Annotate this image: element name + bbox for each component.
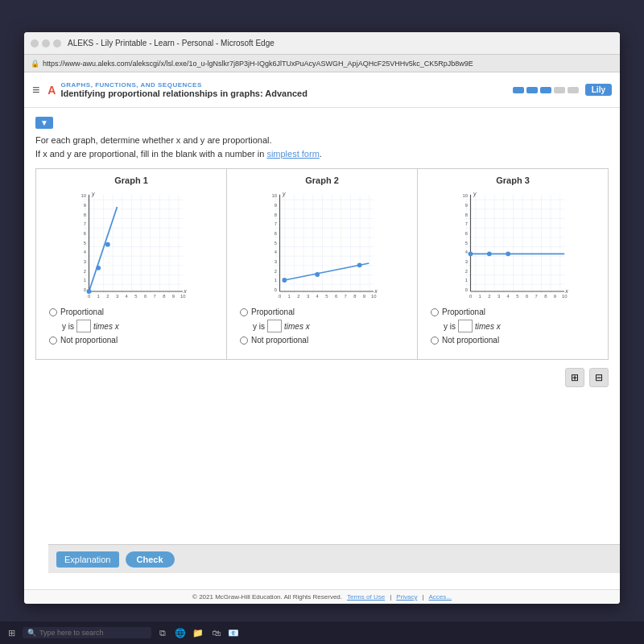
svg-text:1: 1 (479, 294, 481, 299)
menu-icon[interactable]: ≡ (32, 83, 39, 97)
graph2-times-row: y is times x (253, 320, 404, 332)
svg-point-28 (87, 289, 92, 294)
header-subtitle: GRAPHS, FUNCTIONS, AND SEQUENCES (60, 81, 512, 89)
svg-text:x: x (374, 288, 378, 294)
copyright-text: © 2021 McGraw-Hill Education. All Rights… (192, 593, 342, 601)
graph3-not-proportional-radio[interactable] (431, 336, 439, 345)
graph1-proportional-radio[interactable] (49, 308, 57, 316)
explanation-button[interactable]: Explanation (56, 551, 119, 568)
grid-icon-button[interactable]: ⊞ (565, 368, 584, 387)
task-view-icon[interactable]: ⧉ (156, 626, 169, 639)
svg-text:6: 6 (335, 294, 337, 299)
privacy-link[interactable]: Privacy (396, 593, 417, 601)
graph2-proportional-radio[interactable] (240, 308, 248, 316)
store-icon[interactable]: 🛍 (209, 626, 222, 639)
svg-text:5: 5 (84, 241, 86, 246)
mail-icon[interactable]: 📧 (227, 626, 240, 639)
graph2-options: Proportional y is times x Not proportion… (233, 303, 411, 353)
windows-icon[interactable]: ⊞ (5, 626, 18, 639)
graph2-svg: 0 1 2 3 4 5 6 7 8 9 10 0 1 (233, 190, 411, 303)
graph2-not-proportional-radio[interactable] (240, 336, 248, 345)
header-right: Lily (513, 84, 612, 96)
graph3-proportional-label: Proportional (442, 308, 485, 316)
graph2-fraction-input[interactable] (267, 320, 282, 332)
simplest-form-link[interactable]: simplest form (266, 149, 319, 159)
maximize-btn[interactable] (42, 39, 50, 47)
browser-title: ALEKS - Lily Printable - Learn - Persona… (68, 39, 275, 47)
svg-text:10: 10 (272, 193, 278, 198)
svg-text:x: x (183, 288, 187, 294)
svg-text:2: 2 (488, 294, 490, 299)
address-bar: 🔒 https://www-awu.aleks.com/alekscgi/x/l… (24, 55, 620, 72)
graph3-options: Proportional y is times x Not proportion… (424, 303, 601, 353)
graph3-svg: 0 1 2 3 4 5 6 7 8 9 10 0 1 (424, 190, 601, 303)
minimize-btn[interactable] (31, 39, 39, 47)
svg-text:6: 6 (144, 294, 147, 299)
svg-point-30 (105, 242, 110, 247)
svg-text:0: 0 (88, 294, 91, 299)
check-button[interactable]: Check (126, 551, 175, 568)
svg-text:0: 0 (279, 294, 282, 299)
svg-text:3: 3 (275, 259, 277, 264)
svg-point-29 (96, 266, 101, 270)
graph1-title: Graph 1 (43, 175, 220, 185)
taskbar-search-input[interactable] (39, 629, 147, 637)
svg-text:9: 9 (363, 294, 365, 299)
progress-dot-1 (513, 87, 524, 93)
svg-text:2: 2 (84, 269, 86, 274)
svg-point-92 (506, 251, 510, 256)
close-btn[interactable] (53, 39, 61, 47)
copyright-bar: © 2021 McGraw-Hill Education. All Rights… (24, 589, 620, 604)
svg-text:7: 7 (154, 294, 156, 299)
graph3-section: Graph 3 0 1 (418, 169, 608, 359)
svg-text:9: 9 (275, 203, 277, 208)
graph3-proportional-option[interactable]: Proportional (431, 308, 595, 316)
graph2-section: Graph 2 0 1 (227, 169, 418, 359)
divider2: | (422, 593, 423, 601)
edge-icon[interactable]: 🌐 (174, 626, 187, 639)
svg-text:9: 9 (172, 294, 175, 299)
svg-text:y: y (91, 191, 95, 197)
svg-text:10: 10 (562, 294, 568, 299)
toolbar-icons-row: ⊞ ⊟ (35, 368, 609, 387)
graph2-not-proportional-option[interactable]: Not proportional (240, 336, 404, 345)
svg-text:3: 3 (307, 294, 309, 299)
graph2-svg-container: 0 1 2 3 4 5 6 7 8 9 10 0 1 (233, 190, 411, 303)
svg-text:7: 7 (275, 221, 277, 226)
accessibility-link[interactable]: Acces... (429, 593, 452, 601)
url-text: https://www-awu.aleks.com/alekscgi/x/lsl… (43, 60, 473, 68)
instructions: For each graph, determine whether x and … (35, 134, 609, 160)
svg-point-60 (315, 272, 320, 277)
svg-text:10: 10 (81, 193, 87, 198)
aleks-header: ≡ A GRAPHS, FUNCTIONS, AND SEQUENCES Ide… (24, 72, 620, 108)
dropdown-button[interactable]: ▼ (35, 117, 53, 129)
graph1-times-row: y is times x (62, 320, 213, 332)
svg-text:2: 2 (106, 294, 109, 299)
svg-text:9: 9 (84, 203, 86, 208)
svg-rect-62 (466, 195, 565, 293)
graph3-not-proportional-option[interactable]: Not proportional (431, 336, 595, 345)
taskbar-search-bar[interactable]: 🔍 (23, 627, 151, 638)
graph2-proportional-option[interactable]: Proportional (240, 308, 404, 316)
svg-text:8: 8 (465, 213, 468, 217)
lock-icon: 🔒 (31, 60, 39, 68)
browser-controls (31, 39, 61, 47)
graph1-fraction-input[interactable] (76, 320, 91, 332)
folder-icon[interactable]: 📁 (192, 626, 204, 639)
footer-bar: Explanation Check (48, 544, 620, 573)
graph3-fraction-input[interactable] (458, 320, 473, 332)
divider1: | (390, 593, 391, 601)
graph1-options: Proportional y is times x Not proportion… (43, 303, 220, 353)
graph1-not-proportional-option[interactable]: Not proportional (49, 336, 213, 345)
instruction-line1: For each graph, determine whether x and … (35, 135, 272, 145)
terms-link[interactable]: Terms of Use (347, 593, 385, 601)
graph1-proportional-option[interactable]: Proportional (49, 308, 213, 316)
svg-text:10: 10 (463, 193, 469, 198)
svg-text:5: 5 (516, 294, 518, 299)
graph3-proportional-radio[interactable] (431, 308, 439, 316)
graph2-y-is: y is (253, 322, 265, 331)
svg-text:3: 3 (116, 294, 118, 299)
split-icon-button[interactable]: ⊟ (589, 368, 609, 387)
svg-text:6: 6 (465, 231, 468, 236)
graph1-not-proportional-radio[interactable] (49, 336, 57, 345)
